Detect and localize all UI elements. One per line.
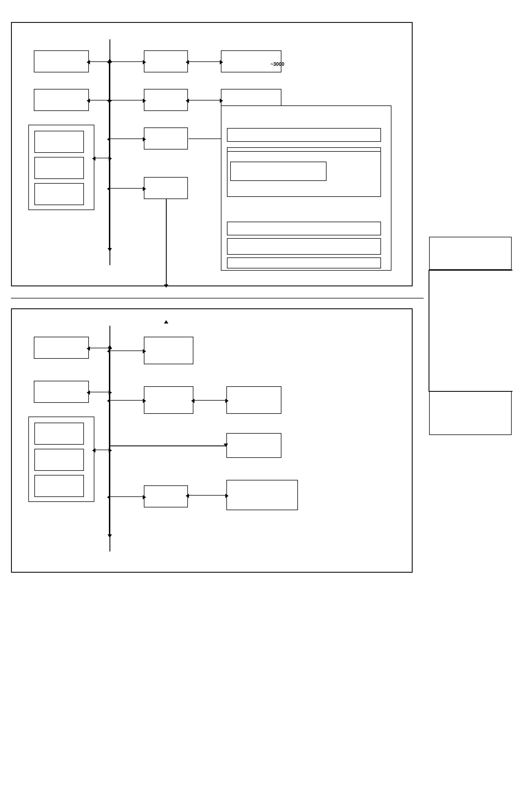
- printer-unit-if-box: [144, 386, 193, 414]
- printer-ram-bus-arrow: [89, 392, 109, 392]
- host-kbc-box: [144, 50, 188, 72]
- printer-font-rom-box: [34, 423, 84, 445]
- printer-bus-line: [110, 326, 110, 551]
- bus-operation-line: [110, 445, 226, 446]
- host-crtc-box: [144, 89, 188, 111]
- printer-printing-unit-box: [226, 386, 281, 414]
- host-ext-memory-outer: [221, 106, 392, 271]
- bus-prtc-arrow: [110, 188, 143, 189]
- kbc-keyboard-arrow: [188, 61, 220, 62]
- printer-section: [11, 308, 413, 573]
- cpu-bus-arrow: [89, 61, 109, 62]
- bus-dkc-arrow: [110, 139, 143, 139]
- host-cpu-box: [34, 50, 89, 72]
- printer-cpu-bus-arrow: [89, 348, 109, 348]
- host-computer-side-box: [429, 237, 512, 270]
- printer-operation-unit-box: [226, 433, 281, 458]
- printer-ram-box: [34, 381, 89, 403]
- mc-extmem-arrow: [188, 495, 226, 496]
- keyboard-3000-ref: ~3000: [270, 61, 284, 67]
- printer-rom-group: [28, 417, 94, 502]
- printer-rom-bus-arrow: [95, 449, 109, 450]
- printer-input-unit-box: [144, 337, 193, 364]
- host-bus-arrow: [109, 61, 110, 249]
- crtc-crt-arrow: [188, 100, 220, 100]
- host-program-rom-box: [34, 157, 84, 179]
- host-os-box: [227, 128, 381, 142]
- printer-mc-box: [144, 485, 188, 508]
- host-rom-group: [28, 125, 94, 210]
- application-label: [227, 148, 380, 152]
- host-app-outer: [227, 147, 381, 197]
- divider-line: [11, 298, 424, 298]
- ram-bus-arrow: [89, 100, 109, 100]
- host-printer-driver-box: [227, 222, 381, 235]
- host-font-rom-box: [34, 131, 84, 153]
- rom-bus-arrow: [95, 158, 109, 158]
- printer-program-rom-box: [34, 449, 84, 471]
- prtc-down-arrowhead: [164, 284, 168, 288]
- op-arrowhead: [224, 444, 228, 447]
- host-dkc-box: [144, 127, 188, 149]
- host-upd-file-box: [227, 257, 381, 269]
- bus-crtc-arrow: [110, 100, 143, 100]
- host-ram-box: [34, 89, 89, 111]
- printer-top-arrowhead: [164, 320, 168, 324]
- host-custom-box: [230, 162, 326, 181]
- printer-bus-arrow: [109, 348, 110, 535]
- bus-mc-arrow: [110, 496, 143, 497]
- bus-kbc-arrow: [110, 61, 143, 62]
- host-data-rom-box: [34, 183, 84, 205]
- host-bus-line: [110, 39, 110, 265]
- host-prtc-box: [144, 177, 188, 199]
- dkc-extmem-arrow: [188, 139, 222, 139]
- prtc-down-line: [166, 199, 167, 287]
- printer-ext-memory-box: [226, 480, 298, 510]
- host-printer-driver-ui-box: [227, 238, 381, 255]
- printer-cpu-box: [34, 337, 89, 359]
- host-server-hline2: [429, 391, 512, 392]
- host-server-line: [429, 270, 430, 391]
- host-server-hline1: [429, 270, 512, 271]
- if-printing-arrow: [194, 400, 226, 401]
- bus-input-arrow: [110, 350, 143, 351]
- bus-printing-if-arrow: [110, 400, 143, 401]
- printer-data-rom-box: [34, 475, 84, 497]
- server-computer-box: [429, 391, 512, 435]
- host-computer-section: ~3000: [11, 22, 413, 286]
